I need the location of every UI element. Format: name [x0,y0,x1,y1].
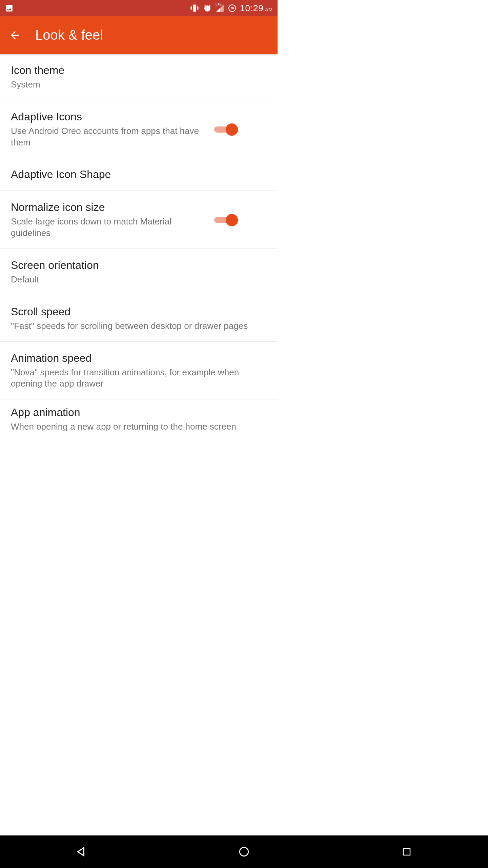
setting-title: Adaptive Icons [11,110,206,123]
setting-animation-speed[interactable]: Animation speed "Nova" speeds for transi… [0,342,278,400]
setting-adaptive-icons[interactable]: Adaptive Icons Use Android Oreo accounts… [0,100,278,158]
normalize-icon-size-toggle[interactable] [214,213,238,226]
signal-icon: LTE [216,4,224,13]
setting-title: Scroll speed [11,305,259,318]
network-type-label: LTE [216,2,222,6]
setting-adaptive-icon-shape[interactable]: Adaptive Icon Shape [0,158,278,191]
back-button[interactable] [7,27,23,43]
data-saver-icon: 70 [228,4,236,12]
status-clock: 10:29 AM [240,3,273,14]
setting-subtitle: Default [11,274,259,285]
setting-title: App animation [11,406,259,419]
setting-app-animation[interactable]: App animation When opening a new app or … [0,399,278,439]
setting-title: Animation speed [11,351,259,365]
alarm-icon [203,4,211,12]
setting-subtitle: System [11,79,259,91]
vibrate-icon [190,3,199,13]
setting-screen-orientation[interactable]: Screen orientation Default [0,249,278,295]
setting-normalize-icon-size[interactable]: Normalize icon size Scale large icons do… [0,191,278,249]
status-bar: LTE 70 10:29 AM [0,0,278,16]
arrow-left-icon [9,29,21,41]
setting-scroll-speed[interactable]: Scroll speed "Fast" speeds for scrolling… [0,295,278,342]
switch-thumb [226,214,238,226]
settings-list: Icon theme System Adaptive Icons Use And… [0,54,278,439]
app-bar: Look & feel [0,16,278,54]
setting-title: Adaptive Icon Shape [11,167,259,181]
clock-time: 10:29 [240,3,264,14]
setting-subtitle: Scale large icons down to match Material… [11,216,206,239]
setting-subtitle: Use Android Oreo accounts from apps that… [11,125,206,149]
setting-title: Icon theme [11,63,259,77]
setting-subtitle: "Nova" speeds for transition animations,… [11,367,259,390]
page-title: Look & feel [35,27,103,43]
battery-badge: 70 [228,4,236,12]
setting-title: Screen orientation [11,258,259,272]
setting-title: Normalize icon size [11,200,206,214]
setting-subtitle: "Fast" speeds for scrolling between desk… [11,320,259,332]
picture-icon [5,4,14,13]
switch-thumb [226,123,238,136]
clock-ampm: AM [265,7,273,12]
setting-icon-theme[interactable]: Icon theme System [0,54,278,100]
adaptive-icons-toggle[interactable] [214,122,238,136]
setting-subtitle: When opening a new app or returning to t… [11,421,259,433]
